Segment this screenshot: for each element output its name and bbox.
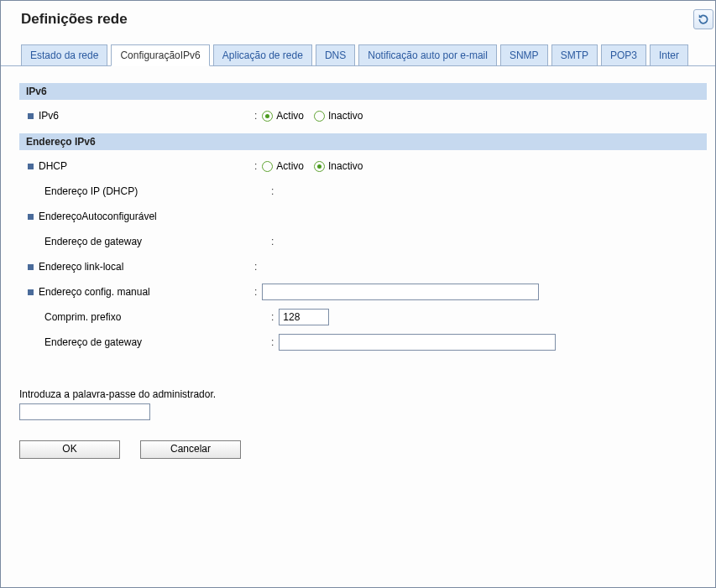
label-autoconf: EndereçoAutoconfigurável [39,211,157,222]
label-ipv6: IPv6 [39,110,59,122]
label-prefix: Comprim. prefixo [44,311,121,323]
radio-icon [262,161,273,172]
radio-dhcp-active[interactable]: Activo [262,160,304,172]
row-prefix: Comprim. prefixo : [19,304,707,330]
label-linklocal: Endereço link-local [39,261,123,273]
input-manual-address[interactable] [262,284,539,300]
row-autoconf-gateway: Endereço de gateway : [19,229,707,254]
label-manual: Endereço config. manual [39,286,150,298]
section-header-ipv6addr: Endereço IPv6 [19,133,707,150]
radio-icon [314,111,325,122]
admin-password-input[interactable] [19,403,150,420]
label-gateway: Endereço de gateway [44,336,142,348]
colon: : [271,336,274,348]
bullet-icon [28,113,34,119]
label-dhcp: DHCP [39,160,67,172]
tab-8[interactable]: Inter [650,44,688,66]
bullet-icon [28,264,34,270]
tab-2[interactable]: Aplicação de rede [213,44,312,66]
radio-icon [314,161,325,172]
ok-button[interactable]: OK [19,440,120,459]
cancel-button[interactable]: Cancelar [140,440,241,459]
label-dhcp-ip: Endereço IP (DHCP) [44,185,138,197]
row-autoconf: EndereçoAutoconfigurável [19,204,707,229]
bullet-icon [28,289,34,295]
bullet-icon [28,214,34,220]
bullet-icon [28,164,34,169]
radio-dhcp-inactive[interactable]: Inactivo [314,160,363,172]
page-header: Definições rede [1,1,715,29]
button-row: OK Cancelar [19,440,707,459]
tab-0[interactable]: Estado da rede [21,44,107,66]
colon: : [271,185,274,197]
row-manual: Endereço config. manual : [19,279,707,304]
input-gateway-address[interactable] [279,334,556,351]
label-autoconf-gateway: Endereço de gateway [44,236,142,247]
tab-1[interactable]: ConfiguraçãoIPv6 [111,44,209,66]
radio-ipv6-active[interactable]: Activo [262,110,304,122]
radio-ipv6-inactive[interactable]: Inactivo [314,110,363,122]
radio-icon [262,111,273,122]
colon: : [271,236,274,247]
tab-3[interactable]: DNS [316,44,355,66]
tab-7[interactable]: POP3 [601,44,646,66]
colon: : [254,160,257,172]
tab-6[interactable]: SMTP [551,44,598,66]
tab-bar: Estado da redeConfiguraçãoIPv6Aplicação … [1,29,715,66]
row-gateway: Endereço de gateway : [19,330,707,355]
page-title: Definições rede [21,11,128,28]
radio-label: Inactivo [328,160,363,172]
radio-label: Activo [276,160,304,172]
content-area: IPv6 IPv6 : Activo Inactivo Endereço IPv… [1,66,715,459]
row-ipv6: IPv6 : Activo Inactivo [19,103,707,128]
colon: : [254,110,257,122]
row-linklocal: Endereço link-local : [19,254,707,279]
input-prefix-length[interactable] [279,309,329,325]
tab-4[interactable]: Notificação auto por e-mail [358,44,497,66]
colon: : [254,261,257,273]
radio-label: Inactivo [328,110,363,122]
tab-5[interactable]: SNMP [500,44,548,66]
section-header-ipv6: IPv6 [19,83,707,100]
row-dhcp: DHCP : Activo Inactivo [19,154,707,179]
colon: : [271,311,274,323]
refresh-icon [698,13,709,25]
main-frame: Definições rede Estado da redeConfiguraç… [0,0,716,588]
radio-label: Activo [276,110,304,122]
refresh-button[interactable] [693,9,713,29]
row-dhcp-ip: Endereço IP (DHCP) : [19,179,707,204]
admin-password-label: Introduza a palavra-passe do administrad… [19,388,707,400]
colon: : [254,286,257,298]
admin-password-section: Introduza a palavra-passe do administrad… [19,388,707,420]
